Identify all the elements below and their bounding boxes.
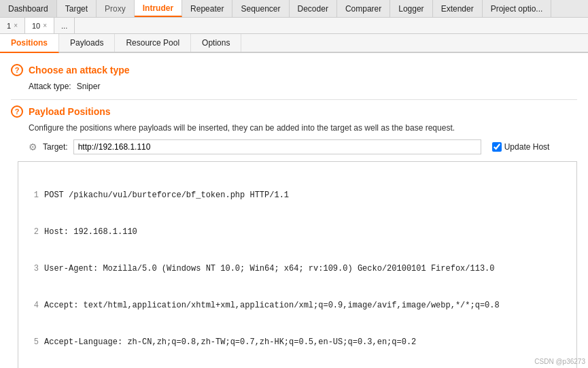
payload-positions-section-header: ? Payload Positions [11, 105, 577, 118]
nav-intruder[interactable]: Intruder [135, 0, 182, 17]
request-body[interactable]: 1 POST /pikachu/vul/burteforce/bf_token.… [18, 161, 577, 368]
attack-type-help-icon[interactable]: ? [11, 64, 23, 76]
target-input[interactable] [73, 139, 481, 154]
line-content-1: POST /pikachu/vul/burteforce/bf_token.ph… [44, 189, 571, 201]
line-content-2: Host: 192.168.1.110 [44, 226, 571, 238]
attack-type-label: Attack type: [29, 82, 71, 91]
payload-positions-desc: Configure the positions where payloads w… [29, 123, 577, 133]
top-nav: Dashboard Target Proxy Intruder Repeater… [0, 0, 588, 18]
sub-tab-payloads[interactable]: Payloads [59, 34, 115, 52]
request-line-2: 2 Host: 192.168.1.110 [24, 226, 571, 238]
target-row: ⚙ Target: Update Host [29, 139, 577, 154]
line-num-5: 5 [24, 336, 39, 348]
nav-target[interactable]: Target [57, 0, 97, 17]
nav-repeater[interactable]: Repeater [182, 0, 232, 17]
nav-proxy[interactable]: Proxy [97, 0, 135, 17]
nav-logger[interactable]: Logger [390, 0, 432, 17]
nav-comparer[interactable]: Comparer [337, 0, 390, 17]
main-content: ? Choose an attack type Attack type: Sni… [0, 53, 588, 368]
gear-icon: ⚙ [29, 141, 37, 152]
attack-type-section-header: ? Choose an attack type [11, 64, 577, 76]
sub-tab-resource-pool[interactable]: Resource Pool [115, 34, 191, 52]
request-line-3: 3 User-Agent: Mozilla/5.0 (Windows NT 10… [24, 263, 571, 275]
tab-1[interactable]: 1 × [0, 18, 25, 33]
tab-10-close[interactable]: × [43, 22, 47, 29]
nav-extender[interactable]: Extender [433, 0, 483, 17]
tab-1-close[interactable]: × [14, 22, 18, 29]
sub-tab-positions[interactable]: Positions [0, 34, 59, 53]
line-content-4: Accept: text/html,application/xhtml+xml,… [44, 299, 571, 312]
payload-positions-title: Payload Positions [29, 106, 111, 117]
nav-sequencer[interactable]: Sequencer [232, 0, 289, 17]
tab-10-label: 10 [32, 22, 40, 30]
nav-dashboard[interactable]: Dashboard [0, 0, 57, 17]
tab-more[interactable]: ... [54, 18, 75, 33]
target-label: Target: [43, 142, 68, 152]
request-line-1: 1 POST /pikachu/vul/burteforce/bf_token.… [24, 189, 571, 201]
line-num-2: 2 [24, 226, 39, 238]
sub-tab-row: Positions Payloads Resource Pool Options [0, 34, 588, 53]
tab-10[interactable]: 10 × [25, 18, 54, 33]
nav-decoder[interactable]: Decoder [290, 0, 337, 17]
payload-positions-help-icon[interactable]: ? [11, 105, 23, 118]
nav-project-options[interactable]: Project optio... [483, 0, 552, 17]
line-num-1: 1 [24, 189, 39, 201]
line-content-5: Accept-Language: zh-CN,zh;q=0.8,zh-TW;q=… [44, 336, 571, 348]
attack-type-row: Attack type: Sniper [29, 82, 577, 91]
tab-row: 1 × 10 × ... [0, 18, 588, 34]
line-num-3: 3 [24, 263, 39, 275]
update-host-label: Update Host [504, 142, 550, 152]
update-host-checkbox[interactable] [492, 142, 502, 152]
sub-tab-options[interactable]: Options [191, 34, 241, 52]
attack-type-value: Sniper [77, 82, 101, 91]
request-line-4: 4 Accept: text/html,application/xhtml+xm… [24, 299, 571, 312]
request-line-5: 5 Accept-Language: zh-CN,zh;q=0.8,zh-TW;… [24, 336, 571, 348]
watermark: CSDN @p36273 [534, 358, 585, 365]
section-divider-1 [11, 99, 577, 100]
tab-more-label: ... [61, 22, 67, 30]
attack-type-title: Choose an attack type [29, 65, 130, 76]
line-content-3: User-Agent: Mozilla/5.0 (Windows NT 10.0… [44, 263, 571, 275]
line-num-4: 4 [24, 299, 39, 312]
tab-1-label: 1 [7, 22, 11, 30]
update-host-row: Update Host [492, 142, 550, 152]
